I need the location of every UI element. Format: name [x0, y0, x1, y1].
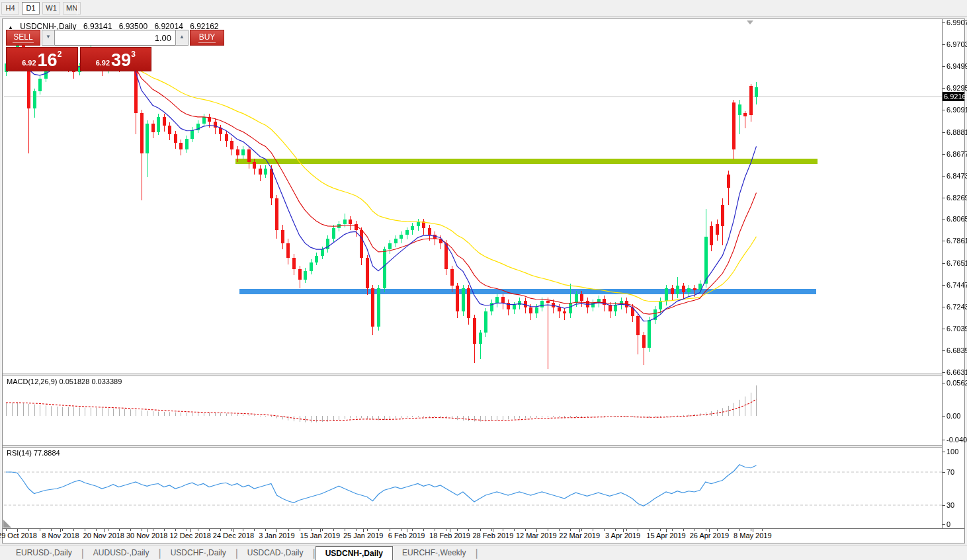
volume-increase-button[interactable]: ▲ [175, 30, 189, 46]
symbol-tab-eurchf-weekly[interactable]: EURCHF-,Weekly [393, 546, 475, 560]
rsi-pane-label: RSI(14) 77.8884 [7, 449, 60, 457]
date-minor-tickmark [390, 529, 390, 531]
date-tick-label: 12 Dec 2018 [169, 532, 210, 540]
price-tick-tickmark [943, 132, 945, 133]
macd-tick: 0.00 [946, 412, 960, 420]
date-minor-tickmark [762, 529, 763, 531]
date-minor-tickmark [130, 529, 131, 531]
price-chart-canvas[interactable] [4, 20, 942, 528]
series-start-marker-icon [3, 520, 11, 528]
sell-price-big-figure: 6.92 [22, 59, 36, 67]
date-minor-tickmark [265, 529, 266, 531]
date-minor-tickmark [17, 529, 18, 531]
symbol-tab-usdcad-daily[interactable]: USDCAD-,Daily [238, 546, 313, 560]
price-tick: 6.92950 [946, 84, 967, 92]
date-tickmark [753, 529, 753, 532]
date-minor-tickmark [119, 529, 120, 531]
date-minor-tickmark [322, 529, 323, 531]
macd-tick: -0.040218 [946, 436, 967, 444]
date-minor-tickmark [311, 529, 312, 531]
buy-price-point: 3 [131, 50, 136, 59]
symbol-tab-bar: EURUSD-,Daily|AUDUSD-,Daily|USDCHF-,Dail… [0, 545, 967, 560]
date-minor-tickmark [378, 529, 379, 531]
price-tick-tickmark [943, 176, 945, 177]
symbol-tab-audusd-daily[interactable]: AUDUSD-,Daily [84, 546, 159, 560]
date-tick-label: 18 Feb 2019 [429, 532, 470, 540]
chart-shift-marker-icon[interactable] [747, 20, 753, 24]
date-tick-label: 15 Apr 2019 [646, 532, 685, 540]
date-tickmark [104, 529, 105, 532]
date-minor-tickmark [28, 529, 29, 531]
date-minor-tickmark [333, 529, 334, 531]
date-minor-tickmark [6, 529, 7, 531]
date-tick-label: 22 Mar 2019 [559, 532, 600, 540]
timeframe-button-w1[interactable]: W1 [42, 2, 60, 15]
date-minor-tickmark [62, 529, 63, 531]
volume-input[interactable] [55, 30, 175, 46]
date-minor-tickmark [615, 529, 616, 531]
date-tickmark [190, 529, 191, 532]
date-minor-tickmark [536, 529, 537, 531]
date-tick-label: 28 Feb 2019 [473, 532, 514, 540]
rsi-tick: 70 [946, 468, 954, 476]
date-tick-label: 30 Nov 2018 [126, 532, 167, 540]
date-tickmark [623, 529, 624, 532]
price-axis[interactable]: 6.92162 6.990706.970306.949906.929506.90… [943, 19, 964, 528]
volume-decrease-button[interactable]: ▼ [42, 30, 55, 46]
toolbar-separator [77, 1, 77, 15]
buy-button[interactable]: BUY [190, 30, 224, 46]
date-tickmark [709, 529, 710, 532]
macd-tick: 0.056211 [946, 379, 967, 387]
date-minor-tickmark [672, 529, 673, 531]
sell-price-pips: 16 [38, 52, 58, 69]
macd-tick-tickmark [943, 440, 945, 440]
date-tick-label: 24 Dec 2018 [213, 532, 254, 540]
date-tick-label: 8 May 2019 [734, 532, 771, 540]
date-minor-tickmark [446, 529, 446, 531]
date-tickmark [363, 529, 364, 532]
macd-tick-tickmark [943, 416, 945, 417]
date-minor-tickmark [276, 529, 277, 531]
date-minor-tickmark [638, 529, 638, 531]
date-tickmark [666, 529, 667, 532]
date-tick-label: 20 Nov 2018 [83, 532, 124, 540]
symbol-tab-eurusd-daily[interactable]: EURUSD-,Daily [7, 546, 81, 560]
date-tick-label: 6 Feb 2019 [388, 532, 425, 540]
price-tick: 6.94990 [946, 62, 967, 70]
price-tick: 6.84730 [946, 172, 967, 180]
symbol-tab-usdcnh-daily[interactable]: USDCNH-,Daily [315, 546, 393, 560]
date-minor-tickmark [40, 529, 40, 531]
macd-pane-label: MACD(12,26,9) 0.051828 0.033389 [7, 378, 122, 385]
date-minor-tickmark [401, 529, 401, 531]
date-tickmark [493, 529, 493, 532]
rsi-tick-tickmark [943, 452, 945, 452]
date-minor-tickmark [254, 529, 255, 531]
rsi-tick: 100 [946, 448, 958, 456]
sell-button-label: SELL [13, 32, 33, 43]
timeframe-button-d1[interactable]: D1 [22, 2, 40, 15]
price-tick-tickmark [943, 307, 945, 307]
date-minor-tickmark [694, 529, 695, 531]
buy-price-box[interactable]: 6.92 39 3 [80, 47, 152, 71]
timeframe-button-mn[interactable]: MN [63, 2, 81, 15]
timeframe-button-h4[interactable]: H4 [1, 2, 19, 15]
date-minor-tickmark [728, 529, 729, 531]
price-tick-tickmark [943, 88, 945, 89]
date-minor-tickmark [514, 529, 515, 531]
sell-button[interactable]: SELL [6, 30, 40, 46]
date-axis[interactable]: 29 Oct 20188 Nov 201820 Nov 201830 Nov 2… [3, 529, 964, 543]
sell-price-box[interactable]: 6.92 16 2 [6, 47, 78, 71]
pane-separator-rsi[interactable] [3, 445, 964, 448]
date-minor-tickmark [626, 529, 627, 531]
price-tick: 6.99070 [946, 19, 967, 26]
date-minor-tickmark [412, 529, 413, 531]
date-tick-label: 8 Nov 2018 [42, 532, 79, 540]
timeframe-toolbar: H4D1W1MN [0, 0, 967, 17]
symbol-tab-usdchf-daily[interactable]: USDCHF-,Daily [161, 546, 235, 560]
pane-separator-macd[interactable] [3, 374, 964, 376]
price-tick: 6.66310 [946, 368, 967, 376]
date-tickmark [579, 529, 580, 532]
date-minor-tickmark [187, 529, 187, 531]
date-minor-tickmark [717, 529, 718, 531]
price-tick-tickmark [943, 241, 945, 241]
